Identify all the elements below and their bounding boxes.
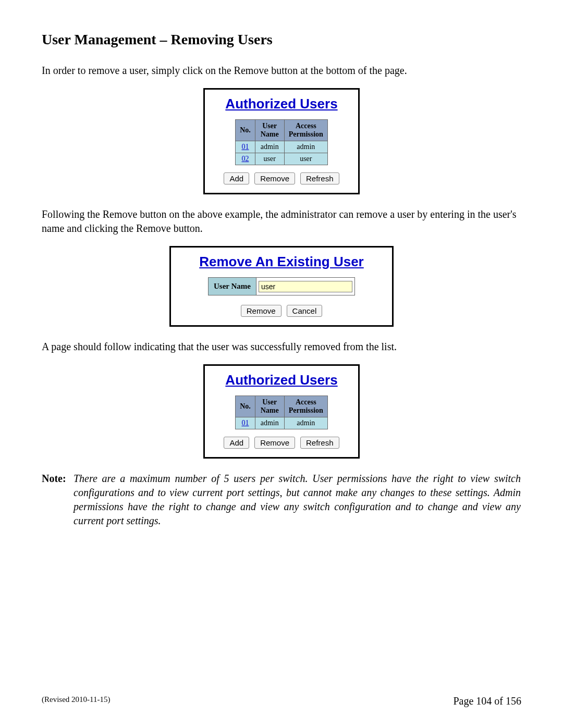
row-no-link[interactable]: 02: [236, 153, 255, 165]
authorized-users-panel-before: Authorized Users No. User Name Access Pe…: [203, 88, 360, 194]
user-table: No. User Name Access Permission 01 admin…: [235, 396, 328, 429]
authorized-users-panel-after: Authorized Users No. User Name Access Pe…: [203, 364, 360, 459]
add-button[interactable]: Add: [224, 172, 249, 184]
page-footer: (Revised 2010-11-15) Page 104 of 156: [42, 695, 521, 707]
cancel-button[interactable]: Cancel: [287, 305, 323, 317]
col-name: User Name: [255, 396, 284, 417]
row-perm: admin: [284, 417, 327, 429]
page-number: Page 104 of 156: [453, 695, 521, 707]
col-perm: Access Permission: [284, 120, 327, 141]
intro-paragraph-3: A page should follow indicating that the…: [42, 340, 521, 354]
panel-title: Authorized Users: [210, 372, 353, 388]
row-name: admin: [255, 417, 284, 429]
col-no: No.: [236, 396, 255, 417]
add-button[interactable]: Add: [224, 437, 249, 449]
remove-button[interactable]: Remove: [254, 172, 295, 184]
user-name-label: User Name: [209, 278, 256, 295]
col-perm: Access Permission: [284, 396, 327, 417]
row-perm: user: [284, 153, 327, 165]
user-table: No. User Name Access Permission 01 admin…: [235, 119, 328, 165]
intro-paragraph-2: Following the Remove button on the above…: [42, 207, 521, 236]
revised-date: (Revised 2010-11-15): [42, 695, 111, 704]
intro-paragraph-1: In order to remove a user, simply click …: [42, 64, 521, 78]
panel-title: Authorized Users: [210, 96, 353, 112]
row-name: admin: [255, 141, 284, 153]
col-no: No.: [236, 120, 255, 141]
table-row: 01 admin admin: [236, 417, 328, 429]
refresh-button[interactable]: Refresh: [300, 437, 339, 449]
note-block: Note: There are a maximum number of 5 us…: [42, 472, 521, 528]
col-name: User Name: [255, 120, 284, 141]
remove-user-panel: Remove An Existing User User Name Remove…: [169, 246, 394, 327]
table-row: 01 admin admin: [236, 141, 328, 153]
page-title: User Management – Removing Users: [42, 31, 521, 48]
row-no-link[interactable]: 01: [236, 141, 255, 153]
remove-button[interactable]: Remove: [254, 437, 295, 449]
row-perm: admin: [284, 141, 327, 153]
note-text: There are a maximum number of 5 users pe…: [74, 472, 521, 528]
user-name-input[interactable]: [259, 281, 352, 292]
row-name: user: [255, 153, 284, 165]
row-no-link[interactable]: 01: [236, 417, 255, 429]
panel-title: Remove An Existing User: [176, 254, 387, 270]
refresh-button[interactable]: Refresh: [300, 172, 339, 184]
user-name-field-cell: [256, 278, 354, 295]
remove-button[interactable]: Remove: [241, 305, 282, 317]
note-label: Note:: [42, 472, 71, 486]
remove-user-form: User Name: [208, 277, 355, 295]
table-row: 02 user user: [236, 153, 328, 165]
